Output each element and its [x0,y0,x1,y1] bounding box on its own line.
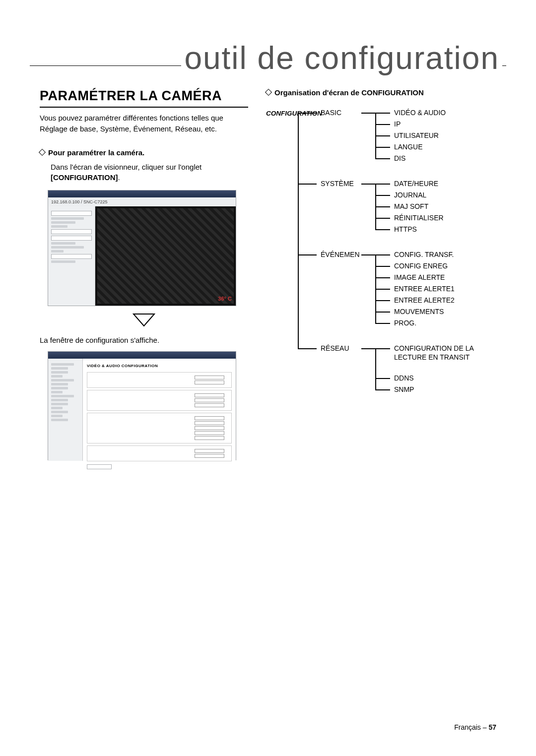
tree-leaf: IMAGE ALERTE [394,273,445,281]
screenshot-config-titlebar [48,352,236,359]
footer-lang: Français – [454,723,488,731]
tree-leaf: DIS [394,154,405,162]
tree-connector [375,206,390,207]
left-column: PARAMÉTRER LA CAMÉRA Vous pouvez paramét… [40,88,248,467]
tree-connector [375,113,390,114]
tree-leaf: DDNS [394,374,414,382]
tree-connector [375,323,390,324]
screenshot-config-sidebar [48,359,83,461]
tree-connector [298,348,317,349]
arrow-down-icon [133,313,155,327]
tree-leaf: CONFIGURATION DE LA LECTURE EN TRANSIT [394,344,483,362]
tree-leaf: SNMP [394,385,414,393]
tree-node-systeme: SYSTÈME [321,180,354,188]
tree-leaf: ENTREE ALERTE2 [394,296,455,304]
caption-config-window: La fenêtre de configuration s'affiche. [40,336,248,344]
tree-connector [375,184,390,185]
tree-connector [375,135,390,136]
tree-connector [375,389,390,390]
tree-connector [375,348,376,390]
tree-connector [375,300,390,301]
screenshot-viewer-temp-badge: 36° C [218,296,232,302]
tree-leaf: HTTPS [394,225,417,233]
page-footer: Français – 57 [454,723,496,731]
screenshot-viewer-video: 36° C [95,206,236,306]
tree-connector [375,277,390,278]
screenshot-viewer-side-panel [48,206,95,306]
tree-connector [375,266,390,267]
tree-leaf: CONFIG ENREG [394,262,448,270]
svg-marker-0 [134,314,154,326]
tree-leaf: MOUVEMENTS [394,308,444,315]
tree-connector [375,147,390,148]
tree-connector [375,254,376,324]
right-column: Organisation d'écran de CONFIGURATION CO… [266,88,496,467]
tree-leaf: IP [394,120,401,128]
screenshot-config-main: VIDÉO & AUDIO CONFIGURATION [83,359,236,461]
diamond-bullet-icon [39,148,46,155]
screenshot-config-panel-title: VIDÉO & AUDIO CONFIGURATION [85,361,234,370]
tree-connector [375,158,390,159]
tree-connector [375,312,390,313]
section-title: PARAMÉTRER LA CAMÉRA [40,88,248,108]
tree-leaf: LANGUE [394,143,423,151]
tree-leaf: MAJ SOFT [394,202,428,210]
tree-connector [375,113,376,159]
tree-node-basic: BASIC [321,109,341,117]
tree-connector [375,348,390,349]
tree-connector [375,254,390,255]
step-1-text-b: [CONFIGURATION] [51,173,118,182]
org-subheading: Organisation d'écran de CONFIGURATION [266,88,496,97]
tree-connector [375,229,390,230]
tree-leaf: DATE/HEURE [394,180,438,188]
diamond-bullet-icon [265,89,272,96]
tree-node-evenemen: ÉVÉNEMEN [321,251,360,258]
tree-connector [298,113,317,114]
step-1-text: Dans l'écran de visionneur, cliquer sur … [51,162,248,184]
tree-connector [375,378,390,379]
tree-leaf: UTILISATEUR [394,131,439,139]
tree-connector [361,348,375,349]
tree-connector [375,184,376,230]
tree-connector [375,124,390,125]
subheading-setup: Pour paramétrer la caméra. [40,148,248,157]
tree-connector [361,254,375,255]
intro-paragraph: Vous pouvez paramétrer différentes fonct… [40,113,248,134]
tree-connector [298,254,317,255]
page-banner: outil de configuration [40,40,496,84]
tree-leaf: CONFIG. TRANSF. [394,251,454,258]
tree-connector [361,184,375,185]
tree-connector [375,195,390,196]
tree-connector [375,289,390,290]
tree-connector [375,218,390,219]
tree-connector [298,184,317,185]
screenshot-config: VIDÉO & AUDIO CONFIGURATION [48,351,236,460]
screenshot-viewer: 192.168.0.100 / SNC-C7225 [48,190,236,306]
tree-leaf: PROG. [394,319,416,327]
org-subheading-label: Organisation d'écran de CONFIGURATION [274,88,424,97]
config-tree: CONFIGURATION BASICVIDÉO & AUDIOIPUTILIS… [266,107,496,454]
tree-leaf: RÉINITIALISER [394,214,444,222]
tree-leaf: VIDÉO & AUDIO [394,109,446,117]
screenshot-viewer-ip: 192.168.0.100 / SNC-C7225 [48,197,236,206]
footer-page-number: 57 [488,723,496,731]
tree-node-reseau: RÉSEAU [321,344,349,352]
tree-leaf: ENTREE ALERTE1 [394,285,455,293]
tree-connector [361,113,375,114]
tree-leaf: JOURNAL [394,191,426,199]
step-1-text-c: . [118,173,120,182]
screenshot-viewer-titlebar [48,190,236,197]
subheading-setup-label: Pour paramétrer la caméra. [48,148,144,157]
step-1-text-a: Dans l'écran de visionneur, cliquer sur … [51,163,201,171]
banner-title: outil de configuration [181,40,502,76]
tree-trunk [298,113,299,349]
